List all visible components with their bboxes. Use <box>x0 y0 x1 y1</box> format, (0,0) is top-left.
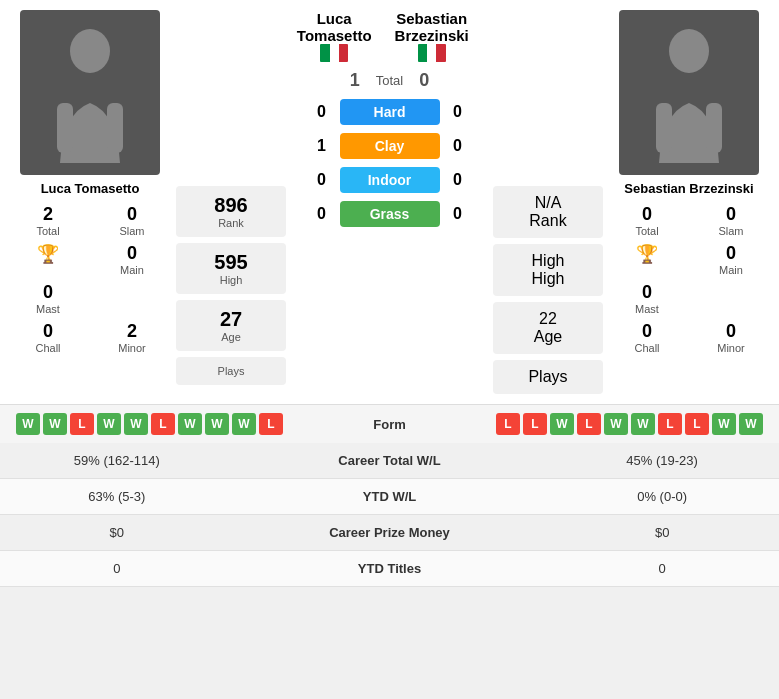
stat-left-2: $0 <box>0 515 234 551</box>
svg-point-3 <box>669 29 709 73</box>
player2-total: 0 <box>609 204 685 225</box>
clay-score-right: 0 <box>448 137 468 155</box>
svg-point-0 <box>70 29 110 73</box>
stat-center-2: Career Prize Money <box>234 515 546 551</box>
player2-trophy: 🏆 <box>609 243 685 265</box>
p2-name-top: Sebastian Brzezinski <box>376 10 487 44</box>
player1-mast: 0 <box>10 282 86 303</box>
top-section: Luca Tomasetto 2 Total 0 Slam 🏆 0 Main <box>0 0 779 404</box>
form-badge-w: W <box>16 413 40 435</box>
player2-name-header: Sebastian Brzezinski <box>376 10 487 66</box>
stats-row: $0 Career Prize Money $0 <box>0 515 779 551</box>
player1-minor: 2 <box>94 321 170 342</box>
player1-stats: 2 Total 0 Slam 🏆 0 Main 0 Mast <box>10 204 170 358</box>
stat-right-1: 0% (0-0) <box>545 479 779 515</box>
player1-flag <box>320 44 348 62</box>
player2-minor-label: Minor <box>693 342 769 354</box>
indoor-score-right: 0 <box>448 171 468 189</box>
clay-button[interactable]: Clay <box>340 133 440 159</box>
player1-trophy: 🏆 <box>10 243 86 265</box>
form-badge-l: L <box>151 413 175 435</box>
player2-mast: 0 <box>609 282 685 303</box>
total-label: Total <box>376 73 403 88</box>
player2-card: Sebastian Brzezinski 0 Total 0 Slam 🏆 0 … <box>609 10 769 394</box>
svg-rect-2 <box>107 103 123 153</box>
stat-right-0: 45% (19-23) <box>545 443 779 479</box>
form-badge-w: W <box>631 413 655 435</box>
stat-left-3: 0 <box>0 551 234 587</box>
player1-name: Luca Tomasetto <box>41 181 140 196</box>
player2-slam-label: Slam <box>693 225 769 237</box>
player1-high-val: 595 <box>188 251 274 274</box>
player1-avatar <box>20 10 160 175</box>
player1-slam: 0 <box>94 204 170 225</box>
player2-chall-label: Chall <box>609 342 685 354</box>
player2-plays-box: Plays <box>493 360 603 394</box>
player1-main-label: Main <box>94 264 170 276</box>
svg-rect-4 <box>656 103 672 153</box>
player2-rank-label: Rank <box>505 212 591 230</box>
player2-high-val: High <box>505 252 591 270</box>
indoor-score-left: 0 <box>312 171 332 189</box>
grass-score-right: 0 <box>448 205 468 223</box>
player1-high-label: High <box>188 274 274 286</box>
indoor-row: 0 Indoor 0 <box>292 167 487 193</box>
stat-center-3: YTD Titles <box>234 551 546 587</box>
hard-button[interactable]: Hard <box>340 99 440 125</box>
player1-card: Luca Tomasetto 2 Total 0 Slam 🏆 0 Main <box>10 10 170 394</box>
stat-right-2: $0 <box>545 515 779 551</box>
player1-rank-box: 896 Rank <box>176 186 286 237</box>
form-badge-w: W <box>205 413 229 435</box>
hard-score-left: 0 <box>312 103 332 121</box>
player1-rank-label: Rank <box>188 217 274 229</box>
hard-score-right: 0 <box>448 103 468 121</box>
form-badge-l: L <box>70 413 94 435</box>
total-score-left: 1 <box>350 70 360 91</box>
indoor-button[interactable]: Indoor <box>340 167 440 193</box>
player2-high-box: High High <box>493 244 603 296</box>
form-badge-w: W <box>178 413 202 435</box>
p1-name-top: Luca Tomasetto <box>292 10 376 44</box>
player1-age-val: 27 <box>188 308 274 331</box>
player1-form: WWLWWLWWWL <box>16 413 283 435</box>
clay-score-left: 1 <box>312 137 332 155</box>
grass-row: 0 Grass 0 <box>292 201 487 227</box>
player1-slam-label: Slam <box>94 225 170 237</box>
grass-score-left: 0 <box>312 205 332 223</box>
form-badge-w: W <box>712 413 736 435</box>
form-badge-w: W <box>550 413 574 435</box>
form-badge-w: W <box>232 413 256 435</box>
stat-center-1: YTD W/L <box>234 479 546 515</box>
player2-slam: 0 <box>693 204 769 225</box>
player2-avatar <box>619 10 759 175</box>
grass-button[interactable]: Grass <box>340 201 440 227</box>
player1-plays-label: Plays <box>188 365 274 377</box>
player2-age-label: Age <box>505 328 591 346</box>
player2-stats: 0 Total 0 Slam 🏆 0 Main 0 Mast <box>609 204 769 358</box>
form-badge-l: L <box>496 413 520 435</box>
player1-rank-val: 896 <box>188 194 274 217</box>
stats-row: 0 YTD Titles 0 <box>0 551 779 587</box>
form-badge-l: L <box>658 413 682 435</box>
svg-rect-5 <box>706 103 722 153</box>
player2-flag <box>418 44 446 62</box>
stat-right-3: 0 <box>545 551 779 587</box>
player1-chall-label: Chall <box>10 342 86 354</box>
player2-silhouette <box>644 23 734 163</box>
player2-name: Sebastian Brzezinski <box>624 181 753 196</box>
form-badge-l: L <box>259 413 283 435</box>
stat-left-1: 63% (5-3) <box>0 479 234 515</box>
player2-main-label: Main <box>693 264 769 276</box>
player1-mast-label: Mast <box>10 303 86 315</box>
total-score-right: 0 <box>419 70 429 91</box>
stats-table: 59% (162-114) Career Total W/L 45% (19-2… <box>0 443 779 587</box>
player1-total-label: Total <box>10 225 86 237</box>
player1-total: 2 <box>10 204 86 225</box>
stat-left-0: 59% (162-114) <box>0 443 234 479</box>
player1-chall: 0 <box>10 321 86 342</box>
player2-middle-stats: N/A Rank High High 22 Age Plays <box>493 10 603 394</box>
total-row: 1 Total 0 <box>350 70 430 91</box>
form-badge-w: W <box>43 413 67 435</box>
main-container: Luca Tomasetto 2 Total 0 Slam 🏆 0 Main <box>0 0 779 587</box>
player1-name-header: Luca Tomasetto <box>292 10 376 66</box>
